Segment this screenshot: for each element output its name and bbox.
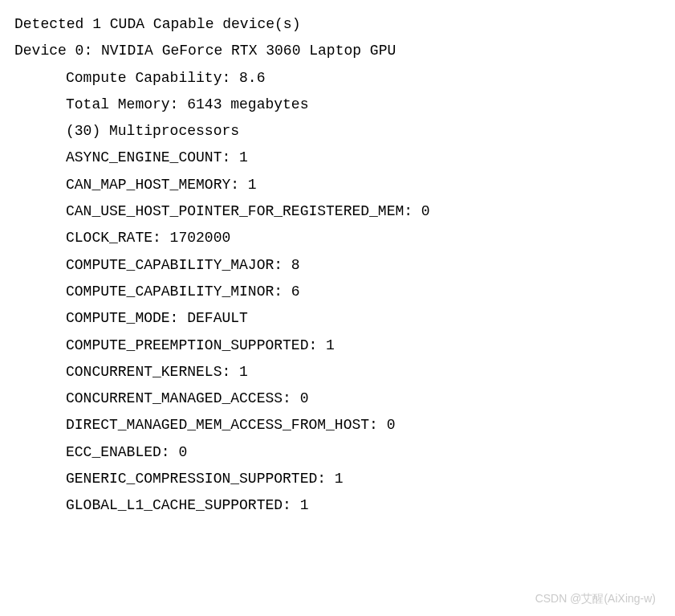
detected-devices-line: Detected 1 CUDA Capable device(s) — [14, 11, 661, 38]
attribute-line: CONCURRENT_KERNELS: 1 — [14, 359, 661, 386]
attribute-line: GENERIC_COMPRESSION_SUPPORTED: 1 — [14, 466, 661, 492]
attribute-line: COMPUTE_CAPABILITY_MINOR: 6 — [14, 279, 661, 305]
total-memory-line: Total Memory: 6143 megabytes — [14, 92, 661, 118]
device-name-line: Device 0: NVIDIA GeForce RTX 3060 Laptop… — [14, 38, 661, 64]
attribute-line: COMPUTE_PREEMPTION_SUPPORTED: 1 — [14, 332, 661, 359]
attribute-line: COMPUTE_MODE: DEFAULT — [14, 305, 661, 332]
compute-capability-line: Compute Capability: 8.6 — [14, 65, 661, 92]
attribute-line: ASYNC_ENGINE_COUNT: 1 — [14, 145, 661, 171]
multiprocessors-line: (30) Multiprocessors — [14, 118, 661, 145]
attribute-line: CAN_USE_HOST_POINTER_FOR_REGISTERED_MEM:… — [14, 198, 661, 225]
attribute-line: GLOBAL_L1_CACHE_SUPPORTED: 1 — [14, 492, 661, 519]
attribute-line: DIRECT_MANAGED_MEM_ACCESS_FROM_HOST: 0 — [14, 412, 661, 439]
attribute-line: CAN_MAP_HOST_MEMORY: 1 — [14, 172, 661, 198]
attribute-line: CLOCK_RATE: 1702000 — [14, 225, 661, 251]
attribute-line: COMPUTE_CAPABILITY_MAJOR: 8 — [14, 252, 661, 279]
attribute-line: ECC_ENABLED: 0 — [14, 439, 661, 466]
attribute-line: CONCURRENT_MANAGED_ACCESS: 0 — [14, 386, 661, 412]
watermark-text: CSDN @艾醒(AiXing-w) — [535, 589, 656, 610]
